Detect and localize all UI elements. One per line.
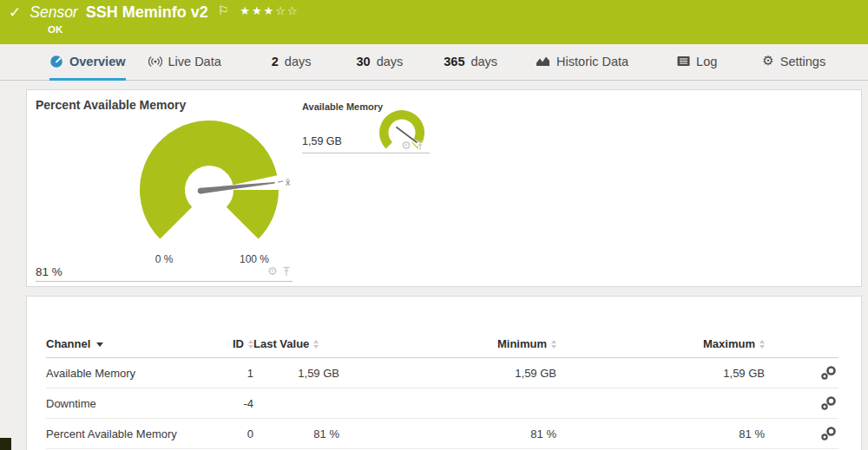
channel-table: Channel ID Last Value Minimum Maximum [46,330,838,449]
primary-gauge-title: Percent Available Memory [36,98,186,112]
status-ok-check-icon: ✓ [9,3,21,22]
channel-last-value: 1,59 GB [253,367,339,380]
gear-icon: ⚙ [762,55,773,68]
tab-2-days[interactable]: 2 days [272,44,312,81]
channel-settings-gears-icon[interactable] [821,427,837,440]
secondary-gauge-value: 1,59 GB [302,135,342,147]
secondary-gauge-title: Available Memory [302,101,383,112]
sensor-header-line: ✓ Sensor SSH Meminfo v2 ⚐ ★★★☆☆ [9,3,299,22]
tab-live-data[interactable]: Live Data [148,44,221,81]
channel-minimum: 81 % [339,427,556,440]
channel-name[interactable]: Downtime [46,397,211,410]
channel-maximum: 81 % [556,427,765,440]
gear-icon[interactable]: ⚙ [267,265,278,277]
sort-toggle-icon [313,340,319,349]
column-label: ID [233,337,244,350]
sort-toggle-icon [760,340,765,349]
tab-historic-data[interactable]: Historic Data [536,44,628,81]
column-label: Last Value [253,337,309,350]
sort-desc-icon [96,342,103,347]
channel-minimum: 1,59 GB [339,367,556,380]
object-type-label: Sensor [30,3,77,22]
gauges-panel: Percent Available Memory x̄ 0 % 100 % 81… [26,89,862,287]
tab-label: Overview [69,55,126,68]
channel-maximum: 1,59 GB [556,367,765,380]
sensor-overview-page: ✓ Sensor SSH Meminfo v2 ⚐ ★★★☆☆ OK Overv… [0,0,868,450]
area-chart-icon [536,55,550,67]
column-header-id[interactable]: ID [211,337,253,350]
column-header-last-value[interactable]: Last Value [253,337,339,350]
broadcast-icon [148,55,162,68]
tab-overview[interactable]: Overview [49,44,126,81]
tab-label: Live Data [168,55,221,68]
channels-panel: Channel ID Last Value Minimum Maximum [26,296,862,450]
tab-bar: Overview Live Data 2 days 30 days 365 da… [0,44,868,81]
channel-last-value: 81 % [253,427,339,440]
table-row[interactable]: Downtime -4 [46,388,838,419]
column-label: Minimum [497,337,547,350]
tab-day-count: 365 [444,55,464,68]
channel-id: 1 [211,367,253,380]
column-header-channel[interactable]: Channel [46,337,211,350]
tab-label: days [285,55,312,68]
tab-day-count: 30 [356,55,370,68]
channel-id: 0 [211,427,253,440]
status-badge: OK [48,24,62,35]
column-label: Channel [46,337,90,350]
tab-label: Log [696,55,717,68]
column-header-minimum[interactable]: Minimum [339,337,556,350]
table-row[interactable]: Available Memory 1 1,59 GB 1,59 GB 1,59 … [46,358,838,388]
channel-name[interactable]: Available Memory [46,367,211,380]
channel-settings-gears-icon[interactable] [821,366,837,380]
gear-icon[interactable]: ⚙ [401,140,411,151]
svg-text:x̄: x̄ [286,177,291,187]
pin-icon[interactable] [416,140,424,151]
divider [36,281,293,282]
tab-log[interactable]: Log [677,44,717,81]
tab-label: Historic Data [556,55,628,68]
channel-name[interactable]: Percent Available Memory [46,427,211,440]
tab-settings[interactable]: ⚙ Settings [762,44,825,81]
priority-stars-rating[interactable]: ★★★☆☆ [240,4,299,17]
column-header-maximum[interactable]: Maximum [556,337,765,350]
channel-table-header: Channel ID Last Value Minimum Maximum [46,330,838,358]
log-list-icon [677,55,690,67]
tab-label: days [470,55,497,68]
gauge-icon [49,55,63,68]
gauge-scale-max: 100 % [228,253,280,265]
channel-settings-gears-icon[interactable] [821,396,837,410]
channel-id: -4 [211,397,253,410]
page-corner-artifact [0,438,11,450]
column-label: Maximum [703,337,755,350]
tab-365-days[interactable]: 365 days [444,44,497,81]
primary-gauge-value: 81 % [36,265,62,278]
tab-label: Settings [780,55,825,68]
sensor-header: ✓ Sensor SSH Meminfo v2 ⚐ ★★★☆☆ OK [0,0,868,44]
secondary-gauge-toolbar: ⚙ [401,140,424,151]
primary-gauge-toolbar: ⚙ [267,265,291,277]
sensor-title: SSH Meminfo v2 [86,3,208,22]
divider [302,153,430,153]
tab-day-count: 2 [272,55,279,68]
tab-label: days [377,55,404,68]
percent-available-memory-gauge: x̄ [131,114,300,245]
table-row[interactable]: Percent Available Memory 0 81 % 81 % 81 … [46,419,838,449]
tab-30-days[interactable]: 30 days [356,44,403,81]
priority-flag-icon[interactable]: ⚐ [218,3,229,17]
pin-icon[interactable] [282,266,291,277]
gauge-scale-min: 0 % [138,253,190,265]
